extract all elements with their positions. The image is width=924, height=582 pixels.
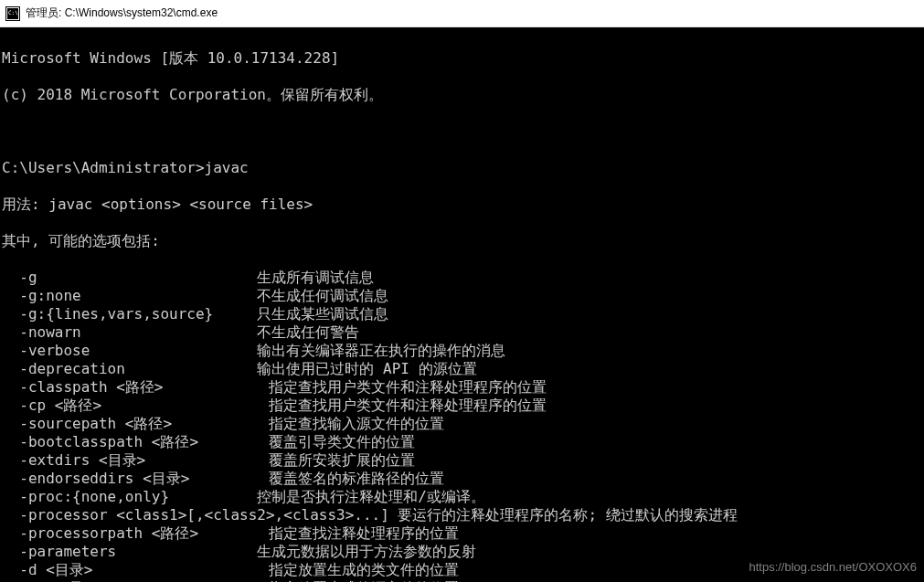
option-flag: -processorpath <路径> (2, 524, 269, 542)
option-line: -extdirs <目录> 覆盖所安装扩展的位置 (2, 451, 922, 470)
option-line: -proc:{none,only} 控制是否执行注释处理和/或编译。 (2, 488, 922, 506)
option-flag: -processor <class1>[,<class2>,<class3>..… (2, 506, 398, 524)
option-desc: 覆盖引导类文件的位置 (269, 433, 415, 450)
option-desc: 指定查找注释处理程序的位置 (269, 524, 459, 542)
option-flag: -extdirs <目录> (2, 451, 269, 469)
option-flag: -verbose (2, 342, 257, 359)
terminal-output[interactable]: Microsoft Windows [版本 10.0.17134.228] (c… (0, 27, 924, 582)
watermark: https://blog.csdn.net/OXOXOX6 (749, 558, 917, 577)
option-flag: -classpath <路径> (2, 378, 269, 396)
option-desc: 输出使用已过时的 API 的源位置 (257, 360, 476, 377)
option-line: -g:none 不生成任何调试信息 (2, 287, 922, 305)
option-flag: -g:none (2, 287, 257, 304)
option-line: -nowarn 不生成任何警告 (2, 323, 922, 342)
banner-line: Microsoft Windows [版本 10.0.17134.228] (2, 49, 922, 68)
svg-text:C:\: C:\ (8, 9, 18, 16)
option-flag: -deprecation (2, 360, 257, 377)
option-line: -cp <路径> 指定查找用户类文件和注释处理程序的位置 (2, 397, 922, 415)
option-desc: 覆盖签名的标准路径的位置 (269, 470, 444, 487)
option-desc: 指定查找用户类文件和注释处理程序的位置 (269, 378, 547, 396)
option-line: -sourcepath <路径> 指定查找输入源文件的位置 (2, 415, 922, 433)
option-desc: 指定查找用户类文件和注释处理程序的位置 (269, 397, 547, 414)
prompt-command: javac (205, 159, 249, 176)
usage-subheader: 其中, 可能的选项包括: (2, 232, 922, 250)
option-flag: -proc:{none,only} (2, 488, 257, 505)
usage-header: 用法: javac <options> <source files> (2, 196, 922, 214)
option-line: -deprecation 输出使用已过时的 API 的源位置 (2, 360, 922, 378)
window-title: 管理员: C:\Windows\system32\cmd.exe (26, 5, 218, 21)
option-desc: 指定放置生成的类文件的位置 (269, 561, 459, 578)
option-desc: 输出有关编译器正在执行的操作的消息 (257, 342, 505, 359)
option-line: -processorpath <路径> 指定查找注释处理程序的位置 (2, 524, 922, 543)
option-flag: -nowarn (2, 323, 257, 341)
option-line: -verbose 输出有关编译器正在执行的操作的消息 (2, 342, 922, 360)
option-desc: 覆盖所安装扩展的位置 (269, 451, 415, 469)
option-flag: -bootclasspath <路径> (2, 433, 269, 450)
option-desc: 生成所有调试信息 (257, 269, 374, 286)
prompt-path: C:\Users\Administrator> (2, 159, 205, 176)
option-flag: -g (2, 269, 257, 286)
option-flag: -endorseddirs <目录> (2, 470, 269, 487)
blank-line (2, 122, 922, 141)
prompt-line: C:\Users\Administrator>javac (2, 159, 922, 177)
window-titlebar: C:\ 管理员: C:\Windows\system32\cmd.exe (0, 0, 924, 27)
option-desc: 指定查找输入源文件的位置 (269, 415, 444, 432)
option-flag: -cp <路径> (2, 397, 269, 414)
banner-line: (c) 2018 Microsoft Corporation。保留所有权利。 (2, 86, 922, 104)
option-line: -g 生成所有调试信息 (2, 269, 922, 287)
option-line: -endorseddirs <目录> 覆盖签名的标准路径的位置 (2, 470, 922, 488)
option-flag: -sourcepath <路径> (2, 415, 269, 432)
option-desc: 控制是否执行注释处理和/或编译。 (257, 488, 485, 505)
option-desc: 要运行的注释处理程序的名称; 绕过默认的搜索进程 (398, 506, 737, 524)
option-desc: 不生成任何警告 (257, 323, 359, 341)
option-line: -g:{lines,vars,source} 只生成某些调试信息 (2, 305, 922, 323)
option-flag: -parameters (2, 543, 257, 560)
option-line: -classpath <路径> 指定查找用户类文件和注释处理程序的位置 (2, 378, 922, 397)
option-line: -processor <class1>[,<class2>,<class3>..… (2, 506, 922, 524)
option-flag: -d <目录> (2, 561, 269, 578)
cmd-icon: C:\ (5, 6, 20, 21)
option-desc: 只生成某些调试信息 (257, 305, 388, 323)
option-desc: 不生成任何调试信息 (257, 287, 388, 304)
option-line: -bootclasspath <路径> 覆盖引导类文件的位置 (2, 433, 922, 451)
option-desc: 生成元数据以用于方法参数的反射 (257, 543, 476, 560)
option-flag: -g:{lines,vars,source} (2, 305, 257, 323)
